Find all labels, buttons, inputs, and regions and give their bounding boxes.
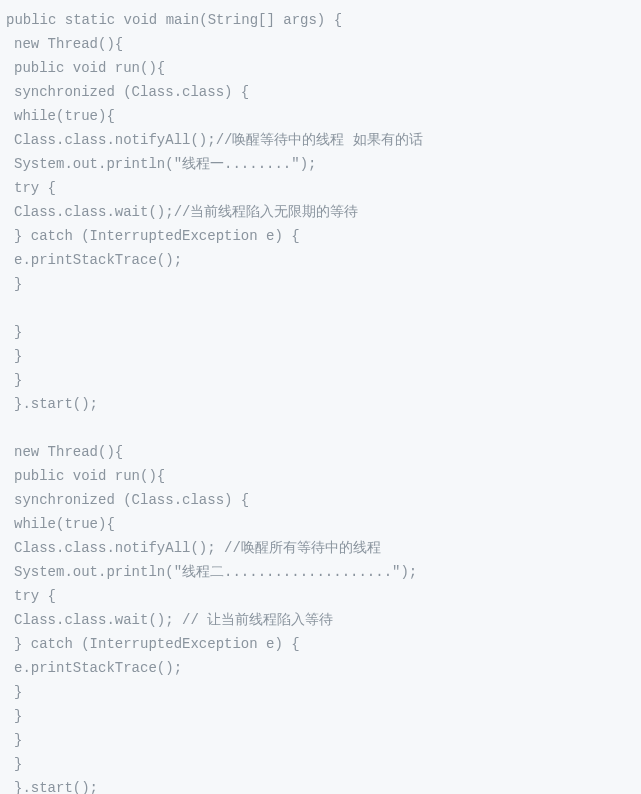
- code-line: Class.class.notifyAll();//唤醒等待中的线程 如果有的话: [6, 128, 635, 152]
- code-block: public static void main(String[] args) {…: [6, 8, 635, 794]
- code-line: [6, 416, 635, 440]
- code-line: Class.class.wait();//当前线程陷入无限期的等待: [6, 200, 635, 224]
- code-line: new Thread(){: [6, 32, 635, 56]
- code-line: } catch (InterruptedException e) {: [6, 632, 635, 656]
- code-line: System.out.println("线程二.................…: [6, 560, 635, 584]
- code-line: Class.class.notifyAll(); //唤醒所有等待中的线程: [6, 536, 635, 560]
- code-line: }: [6, 704, 635, 728]
- code-line: }: [6, 368, 635, 392]
- code-line: System.out.println("线程一........");: [6, 152, 635, 176]
- code-line: synchronized (Class.class) {: [6, 488, 635, 512]
- code-line: public void run(){: [6, 56, 635, 80]
- code-line: synchronized (Class.class) {: [6, 80, 635, 104]
- code-line: while(true){: [6, 512, 635, 536]
- code-line: e.printStackTrace();: [6, 248, 635, 272]
- code-line: public void run(){: [6, 464, 635, 488]
- code-line: }: [6, 272, 635, 296]
- code-line: [6, 296, 635, 320]
- code-line: try {: [6, 176, 635, 200]
- code-line: }: [6, 320, 635, 344]
- code-line: new Thread(){: [6, 440, 635, 464]
- code-line: while(true){: [6, 104, 635, 128]
- code-line: Class.class.wait(); // 让当前线程陷入等待: [6, 608, 635, 632]
- code-line: public static void main(String[] args) {: [6, 8, 635, 32]
- code-line: try {: [6, 584, 635, 608]
- code-line: }: [6, 680, 635, 704]
- code-line: }.start();: [6, 776, 635, 794]
- code-line: } catch (InterruptedException e) {: [6, 224, 635, 248]
- code-line: }.start();: [6, 392, 635, 416]
- code-line: }: [6, 752, 635, 776]
- code-line: }: [6, 344, 635, 368]
- code-line: e.printStackTrace();: [6, 656, 635, 680]
- code-line: }: [6, 728, 635, 752]
